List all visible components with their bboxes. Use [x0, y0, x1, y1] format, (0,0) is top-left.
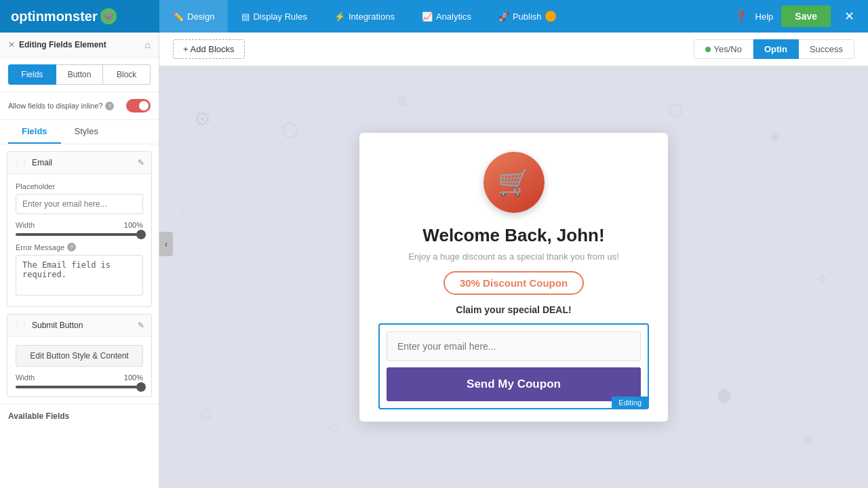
submit-width-slider-thumb[interactable]: [136, 382, 146, 392]
popup-card: 🛒 Welcome Back, John! Enjoy a huge disco…: [359, 133, 668, 422]
inline-toggle[interactable]: [126, 99, 151, 113]
home-icon[interactable]: ⌂: [145, 39, 151, 50]
submit-button-content: Edit Button Style & Content Width 100%: [7, 337, 151, 396]
width-label: Width: [16, 221, 35, 229]
email-edit-icon[interactable]: ✎: [138, 158, 144, 167]
error-message-textarea[interactable]: The Email field is required.: [16, 255, 143, 296]
pencil-icon: ✏️: [173, 12, 184, 22]
view-tab-success[interactable]: Success: [799, 39, 854, 59]
submit-edit-icon[interactable]: ✎: [138, 321, 144, 330]
email-input[interactable]: [387, 331, 641, 361]
error-help-icon[interactable]: ?: [67, 243, 76, 251]
form-area: Send My Coupon Editing: [378, 323, 649, 409]
submit-width-value: 100%: [124, 373, 143, 382]
submit-section-header: ⋮⋮ Submit Button ✎: [7, 314, 151, 337]
width-slider-fill: [16, 233, 143, 236]
nav-right: ❓ Help Save ✕: [734, 3, 868, 29]
nav-item-analytics[interactable]: 📈 Analytics: [408, 0, 485, 33]
email-field-title: Email: [32, 158, 52, 167]
submit-width-slider-track[interactable]: [16, 386, 143, 388]
inline-label: Allow fields to display inline?: [8, 102, 102, 110]
cart-icon: 🛒: [498, 167, 530, 197]
email-drag-handle[interactable]: ⋮⋮: [14, 159, 28, 167]
available-fields: Available Fields: [0, 404, 159, 428]
nav-items: ✏️ Design ▤ Display Rules ⚡ Integrations…: [159, 0, 734, 33]
submit-width-slider-fill: [16, 386, 143, 388]
help-button[interactable]: Help: [755, 12, 774, 22]
width-slider-thumb[interactable]: [136, 230, 146, 239]
analytics-icon: 📈: [422, 12, 433, 22]
popup-subtitle: Enjoy a huge discount as a special thank…: [378, 251, 649, 262]
close-sidebar-icon[interactable]: ✕: [8, 40, 15, 49]
toolbar: + Add Blocks Yes/No Optin Success: [159, 33, 868, 66]
main-area: + Add Blocks Yes/No Optin Success ⚙ ◯ ⊞ …: [159, 33, 868, 488]
nav-item-integrations[interactable]: ⚡ Integrations: [321, 0, 408, 33]
integrations-icon: ⚡: [334, 12, 345, 22]
email-section-header: ⋮⋮ Email ✎: [7, 152, 151, 174]
sub-tab-styles[interactable]: Styles: [61, 120, 112, 144]
editing-badge: Editing: [612, 396, 648, 409]
placeholder-label: Placeholder: [16, 182, 143, 190]
add-blocks-button[interactable]: + Add Blocks: [173, 39, 245, 59]
placeholder-input[interactable]: [16, 194, 143, 214]
error-message-label: Error Message ?: [16, 243, 143, 251]
collapse-sidebar-button[interactable]: ‹: [159, 232, 173, 256]
nav-item-publish[interactable]: 🚀 Publish: [485, 0, 570, 33]
nav-item-display-rules[interactable]: ▤ Display Rules: [228, 0, 320, 33]
view-tab-optin[interactable]: Optin: [753, 39, 799, 59]
help-icon: ❓: [734, 10, 747, 23]
green-dot-icon: [705, 47, 711, 52]
sub-tab-fields[interactable]: Fields: [8, 120, 61, 144]
inline-toggle-row: Allow fields to display inline? ?: [0, 92, 159, 120]
email-field-section: ⋮⋮ Email ✎ Placeholder Width 100% Error …: [7, 151, 152, 307]
save-button[interactable]: Save: [781, 5, 831, 27]
logo-monster-icon: 👾: [100, 8, 117, 24]
submit-button-title: Submit Button: [32, 321, 83, 330]
submit-button-section: ⋮⋮ Submit Button ✎ Edit Button Style & C…: [7, 314, 152, 397]
sub-tabs: Fields Styles: [0, 120, 159, 144]
submit-drag-handle[interactable]: ⋮⋮: [14, 322, 28, 329]
view-tabs: Yes/No Optin Success: [694, 39, 854, 59]
edit-button-style-btn[interactable]: Edit Button Style & Content: [16, 345, 143, 367]
coupon-badge: 30% Discount Coupon: [443, 271, 584, 295]
publish-badge: [545, 11, 556, 22]
topnav: optinmonster 👾 ✏️ Design ▤ Display Rules…: [0, 0, 868, 33]
display-rules-icon: ▤: [241, 12, 250, 22]
submit-button[interactable]: Send My Coupon: [387, 367, 641, 401]
width-value: 100%: [124, 221, 143, 229]
logo: optinmonster 👾: [0, 0, 159, 33]
logo-text: optinmonster: [11, 9, 98, 24]
sidebar: ✕ Editing Fields Element ⌂ Fields Button…: [0, 33, 159, 488]
width-slider-track[interactable]: [16, 233, 143, 236]
inline-help-icon[interactable]: ?: [105, 102, 114, 110]
claim-text: Claim your special DEAL!: [378, 304, 649, 315]
email-field-content: Placeholder Width 100% Error Message ? T…: [7, 174, 151, 306]
popup-avatar: 🛒: [484, 152, 545, 213]
view-tab-yes-no[interactable]: Yes/No: [694, 39, 753, 59]
sidebar-header-title: Editing Fields Element: [19, 40, 106, 49]
sidebar-header: ✕ Editing Fields Element ⌂: [0, 33, 159, 58]
nav-item-design[interactable]: ✏️ Design: [159, 0, 228, 33]
popup-title: Welcome Back, John!: [378, 225, 649, 246]
toggle-knob: [139, 101, 149, 110]
collapse-icon: ‹: [165, 239, 168, 249]
tab-button[interactable]: Button: [56, 64, 104, 85]
tab-fields[interactable]: Fields: [8, 64, 56, 85]
canvas: ⚙ ◯ ⊞ ✦ ⬡ ◈ △ ◇ ⬢ ⊕ ☆ ⟡ 🛒 Welcome Back, …: [159, 66, 868, 488]
submit-width-label: Width: [16, 373, 35, 382]
publish-icon: 🚀: [498, 12, 509, 22]
sidebar-tabs: Fields Button Block: [0, 58, 159, 92]
close-button[interactable]: ✕: [839, 3, 860, 29]
tab-block[interactable]: Block: [103, 64, 151, 85]
